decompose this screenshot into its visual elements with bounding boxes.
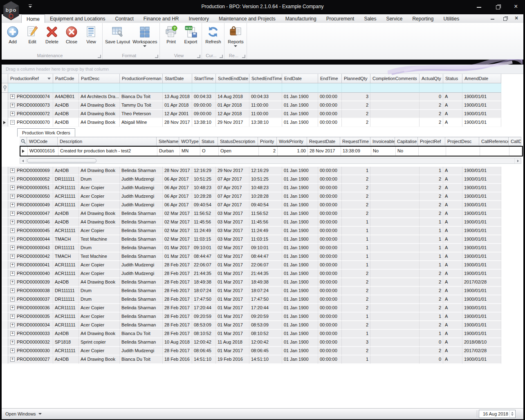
tab-sales[interactable]: Sales [359, 14, 381, 23]
tab-equipment-and-locations[interactable]: Equipment and Locations [45, 14, 110, 23]
table-row[interactable]: +PROD00000046Az4DBA4 Drawing BookBelinda… [2, 218, 501, 227]
table-row[interactable]: +PROD00000034ACR11111Acer CopierBelinda … [2, 321, 501, 330]
table-row[interactable]: +PROD00000033Az4DBA4 Drawing BookBianca … [2, 330, 501, 338]
maximize-button[interactable] [495, 4, 501, 10]
ribbon-button-edit[interactable]: Edit [22, 24, 42, 51]
expand-icon[interactable]: + [10, 220, 15, 224]
subgrid-column-header-description[interactable]: Description [58, 137, 157, 146]
group-dialog-launcher-icon[interactable] [242, 55, 245, 58]
subgrid-column-header-requesttime[interactable]: RequestTime [340, 137, 370, 146]
filter-cell-partcode[interactable] [53, 83, 79, 93]
expand-icon[interactable]: + [10, 340, 15, 344]
table-row[interactable]: +PROD00000043DR111111DrumBelinda Sharman… [2, 244, 501, 252]
table-row[interactable]: +PROD00000032SP1818Sprint copierBelinda … [2, 338, 501, 347]
filter-cell-completioncomments[interactable] [370, 83, 420, 93]
ribbon-restore-button[interactable] [502, 16, 508, 21]
expand-icon[interactable]: + [10, 112, 15, 116]
column-header-productionref[interactable]: ProductionRef [8, 74, 53, 83]
scroll-thumb[interactable] [27, 159, 96, 163]
ribbon-button-close[interactable]: Close [62, 24, 81, 51]
column-header-completioncomments[interactable]: CompletionComments [370, 74, 420, 83]
column-header-status[interactable]: Status [443, 74, 462, 83]
expand-icon[interactable]: + [10, 177, 15, 181]
column-header-plannedqty[interactable]: PlannedQty [342, 74, 370, 83]
group-dialog-launcher-icon[interactable] [220, 55, 223, 58]
table-row[interactable]: +PROD00000036ACR11111Acer CopierBelinda … [2, 304, 501, 313]
filter-cell-starttime[interactable] [192, 83, 216, 93]
expand-icon[interactable]: + [10, 211, 15, 216]
filter-cell-productionforeman[interactable] [120, 83, 163, 93]
expand-icon[interactable]: + [10, 280, 15, 284]
subgrid-column-header-sitename[interactable]: SiteName [157, 137, 179, 146]
column-header-actualqty[interactable]: ActualQty [420, 74, 443, 83]
tab-maintenance-and-projects[interactable]: Maintenance and Projects [214, 14, 280, 23]
expand-icon[interactable]: + [10, 271, 15, 276]
expand-icon[interactable]: + [10, 237, 15, 241]
expand-icon[interactable]: + [10, 103, 15, 107]
expand-icon[interactable]: + [10, 297, 15, 302]
group-dialog-launcher-icon[interactable] [98, 55, 101, 58]
table-row[interactable]: +PROD00000041ACR11111Acer CopierJudith M… [2, 261, 501, 270]
column-header-enddate[interactable]: EndDate [282, 74, 318, 83]
table-row[interactable]: +PROD00000040ACR11111Acer CopierJudith M… [2, 270, 501, 278]
subgrid-column-header-callreference[interactable]: CallReference [479, 137, 509, 146]
table-row[interactable]: +PROD00000038DR111111DrumBelinda Sharman… [2, 287, 501, 295]
scroll-left-icon[interactable] [20, 158, 27, 163]
table-row[interactable]: +PROD00000027Az4DBA4 Drawing BookBianca … [2, 355, 501, 364]
subgrid-column-header-calld[interactable]: CallD [509, 137, 521, 146]
table-row[interactable]: +PROD00000045ACR11111Acer CopierBelinda … [2, 227, 501, 235]
column-header-schedendtime[interactable]: SchedEndTime [249, 74, 282, 83]
filter-cell-plannedqty[interactable] [342, 83, 370, 93]
group-by-panel[interactable]: Drag a column header here to group by th… [2, 65, 523, 74]
table-row[interactable]: +PROD00000042TMACHTest MachineBelinda Sh… [2, 252, 501, 261]
tab-inventory[interactable]: Inventory [184, 14, 214, 23]
tab-procurement[interactable]: Procurement [321, 14, 359, 23]
tab-utilities[interactable]: Utilities [438, 14, 464, 23]
expand-icon[interactable]: + [10, 194, 15, 199]
expand-icon[interactable]: + [10, 357, 15, 362]
expand-icon[interactable]: + [10, 288, 15, 293]
column-header-productionforeman[interactable]: ProductionForeman [120, 74, 163, 83]
filter-cell-startdate[interactable] [163, 83, 192, 93]
ribbon-button-save-layout[interactable]: Save Layout [104, 24, 131, 51]
tab-manufacturing[interactable]: Manufacturing [280, 14, 321, 23]
expand-icon[interactable]: + [10, 331, 15, 336]
open-windows-button[interactable]: Open Windows [5, 411, 42, 416]
expand-icon[interactable]: + [10, 349, 15, 353]
group-dialog-launcher-icon[interactable] [197, 55, 200, 58]
table-row[interactable]: +PROD00000047Az4DBA4 Drawing BookBelinda… [2, 210, 501, 218]
subgrid-column-header-status[interactable]: Status [200, 137, 218, 146]
ribbon-button-delete[interactable]: Delete [42, 24, 62, 51]
collapse-icon[interactable]: − [10, 120, 15, 125]
table-row[interactable]: +PROD00000073Az4DBA4 Drawing BookTammy D… [2, 101, 501, 110]
table-row[interactable]: −PROD00000070Az4DBA4 Drawing BookAbigail… [2, 118, 501, 127]
table-row[interactable]: +PROD00000030ACR11111Acer CopierJudith M… [2, 347, 501, 355]
subgrid-column-header-wocode[interactable]: WOCode [27, 137, 58, 146]
filter-cell-partdesc[interactable] [79, 83, 120, 93]
scroll-right-icon[interactable] [514, 158, 521, 163]
subgrid-hscrollbar[interactable] [20, 158, 521, 164]
expand-icon[interactable]: + [10, 94, 15, 99]
date-spinner-icon[interactable] [509, 411, 515, 417]
table-row[interactable]: +PROD00000035ACR11111Acer CopierBelinda … [2, 313, 501, 321]
subgrid-column-header-priority[interactable]: Priority [258, 137, 277, 146]
subgrid-search-cell[interactable] [20, 137, 27, 146]
subgrid-column-header-wotype[interactable]: WOType [179, 137, 200, 146]
expand-icon[interactable]: + [10, 168, 15, 173]
expand-icon[interactable]: + [10, 185, 15, 190]
table-row[interactable]: +PROD00000069Az4DBA4 Drawing BookBelinda… [2, 167, 501, 175]
subgrid-row-selected[interactable]: WO0001616Created for production batch - … [20, 146, 523, 156]
column-header-partdesc[interactable]: PartDesc [79, 74, 120, 83]
filter-cell-schedendtime[interactable] [249, 83, 282, 93]
filter-cell-enddate[interactable] [282, 83, 318, 93]
filter-cell-schedenddate[interactable] [216, 83, 249, 93]
filter-row-indicator[interactable] [2, 83, 8, 93]
tab-reporting[interactable]: Reporting [407, 14, 438, 23]
expand-icon[interactable]: + [10, 323, 15, 327]
group-dialog-launcher-icon[interactable] [155, 55, 158, 58]
ribbon-button-print[interactable]: ?Print [161, 24, 181, 51]
ribbon-button-export[interactable]: XLSXExport [181, 24, 200, 51]
table-row[interactable]: +PROD00000052DR111111DrumJudith Mudzengi… [2, 175, 501, 184]
status-date-picker[interactable]: 16 Aug 2018 [479, 410, 516, 418]
expand-icon[interactable]: + [10, 203, 15, 207]
